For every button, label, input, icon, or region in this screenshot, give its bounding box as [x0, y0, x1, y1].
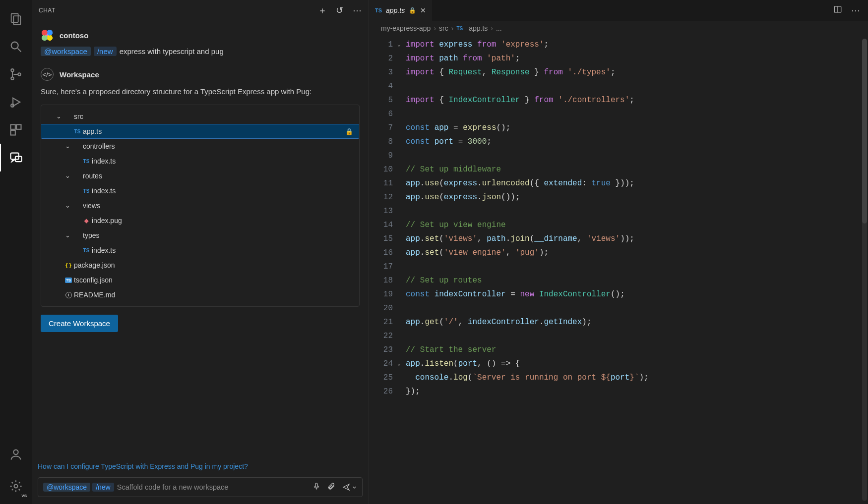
breadcrumb-separator: ›	[491, 24, 493, 32]
code-line[interactable]: });	[406, 385, 868, 398]
line-number: 19	[369, 287, 403, 301]
split-editor-icon[interactable]	[833, 5, 842, 16]
code-line[interactable]	[406, 107, 868, 121]
code-line[interactable]: // Start the server	[406, 343, 868, 357]
line-number: 3	[369, 65, 403, 79]
activity-explorer[interactable]	[0, 5, 32, 33]
readonly-lock-icon: 🔒	[409, 7, 416, 14]
chevron-down-icon: ⌄	[54, 112, 63, 120]
tree-item-label: package.json	[74, 261, 353, 269]
svg-rect-16	[315, 483, 317, 487]
fold-icon[interactable]: ⌄	[397, 357, 401, 371]
code-line[interactable]: const app = express();	[406, 121, 868, 135]
send-button[interactable]	[342, 483, 357, 491]
tree-file[interactable]: TSindex.ts	[41, 183, 359, 198]
scrollbar-thumb[interactable]	[862, 39, 867, 224]
line-number: 23	[369, 343, 403, 357]
code-line[interactable]: console.log(`Server is running on port $…	[406, 371, 868, 385]
code-line[interactable]: import { IndexController } from './contr…	[406, 93, 868, 107]
activity-bar: VS	[0, 0, 32, 504]
code-line[interactable]: import express from 'express';	[406, 38, 868, 52]
activity-run-debug[interactable]	[0, 88, 32, 116]
editor-tab-app-ts[interactable]: TS app.ts 🔒 ✕	[369, 0, 433, 21]
code-line[interactable]	[406, 204, 868, 218]
code-content[interactable]: import express from 'express';import pat…	[406, 36, 868, 504]
activity-chat[interactable]	[0, 144, 32, 171]
code-line[interactable]: app.set('view engine', 'pug');	[406, 246, 868, 260]
input-new-pill[interactable]: /new	[92, 483, 114, 492]
activity-extensions[interactable]	[0, 116, 32, 144]
chat-input[interactable]: @workspace /new Scaffold code for a new …	[38, 477, 363, 497]
code-line[interactable]: app.use(express.json());	[406, 190, 868, 204]
tree-folder[interactable]: ⌄routes	[41, 168, 359, 183]
chevron-down-icon: ⌄	[63, 231, 72, 239]
tree-file[interactable]: { }package.json	[41, 258, 359, 273]
tree-item-label: index.ts	[92, 246, 353, 254]
code-line[interactable]: // Set up middleware	[406, 163, 868, 176]
history-icon[interactable]: ↺	[336, 6, 344, 15]
activity-accounts[interactable]	[0, 441, 32, 468]
code-line[interactable]	[406, 329, 868, 343]
tree-folder[interactable]: ⌄types	[41, 228, 359, 243]
svg-rect-0	[11, 14, 18, 23]
code-line[interactable]: // Set up routes	[406, 274, 868, 287]
breadcrumbs[interactable]: my-express-app›src›TS app.ts›...	[369, 21, 868, 36]
code-line[interactable]: import path from 'path';	[406, 52, 868, 65]
code-line[interactable]: app.use(express.urlencoded({ extended: t…	[406, 176, 868, 190]
code-line[interactable]: app.get('/', indexController.getIndex);	[406, 315, 868, 329]
line-number: 4	[369, 79, 403, 93]
code-line[interactable]	[406, 260, 868, 274]
svg-point-15	[14, 485, 18, 488]
create-workspace-button[interactable]: Create Workspace	[41, 315, 118, 332]
code-line[interactable]: const port = 3000;	[406, 135, 868, 149]
tree-folder[interactable]: ⌄controllers	[41, 139, 359, 154]
tree-file[interactable]: TSindex.ts	[41, 154, 359, 168]
tree-item-label: routes	[83, 172, 353, 180]
vs-badge: VS	[21, 494, 27, 498]
line-number: 24⌄	[369, 357, 403, 371]
workspace-pill[interactable]: @workspace	[41, 47, 91, 56]
more-icon[interactable]: ⋯	[353, 6, 362, 15]
chat-user-message: contoso @workspace /new express with typ…	[36, 25, 365, 64]
chat-suggestion-link[interactable]: How can I configure TypeScript with Expr…	[38, 462, 363, 470]
fold-icon[interactable]: ⌄	[397, 38, 401, 52]
activity-settings[interactable]: VS	[0, 472, 32, 500]
activity-source-control[interactable]	[0, 60, 32, 88]
editor-more-icon[interactable]: ⋯	[851, 5, 860, 16]
tree-file[interactable]: TSindex.ts	[41, 243, 359, 258]
code-line[interactable]: // Set up view engine	[406, 218, 868, 232]
tree-folder[interactable]: ⌄views	[41, 198, 359, 213]
chevron-down-icon: ⌄	[63, 142, 72, 150]
line-number: 17	[369, 260, 403, 274]
code-line[interactable]	[406, 79, 868, 93]
input-workspace-pill[interactable]: @workspace	[43, 483, 90, 492]
mic-icon[interactable]	[312, 482, 320, 492]
editor-scrollbar[interactable]	[862, 39, 867, 501]
breadcrumb-segment[interactable]: src	[439, 24, 448, 32]
code-line[interactable]: const indexController = new IndexControl…	[406, 287, 868, 301]
code-line[interactable]	[406, 149, 868, 163]
attach-icon[interactable]	[327, 482, 335, 492]
svg-line-3	[18, 49, 21, 52]
ts-file-icon: TS	[456, 26, 463, 31]
tree-file[interactable]: iREADME.md	[41, 287, 359, 302]
tree-folder[interactable]: ⌄src	[41, 109, 359, 124]
code-line[interactable]: app.listen(port, () => {	[406, 357, 868, 371]
breadcrumb-segment[interactable]: my-express-app	[381, 24, 431, 32]
tree-file[interactable]: TStsconfig.json	[41, 273, 359, 287]
activity-search[interactable]	[0, 33, 32, 60]
tree-file[interactable]: ◆index.pug	[41, 213, 359, 228]
breadcrumb-segment[interactable]: app.ts	[469, 24, 488, 32]
tree-file[interactable]: TSapp.ts🔒	[41, 124, 359, 139]
breadcrumb-segment[interactable]: ...	[496, 24, 502, 32]
code-line[interactable]: app.set('views', path.join(__dirname, 'v…	[406, 232, 868, 246]
code-editor[interactable]: 1⌄23456789101112131415161718192021222324…	[369, 36, 868, 504]
code-line[interactable]: import { Request, Response } from './typ…	[406, 65, 868, 79]
new-command-pill[interactable]: /new	[94, 47, 117, 56]
readme-file-icon: i	[63, 292, 74, 298]
new-chat-icon[interactable]: ＋	[318, 6, 327, 15]
code-line[interactable]	[406, 301, 868, 315]
tab-close-icon[interactable]: ✕	[420, 6, 426, 14]
line-number: 11	[369, 176, 403, 190]
chat-assistant-message: </> Workspace Sure, here's a proposed di…	[36, 64, 365, 340]
